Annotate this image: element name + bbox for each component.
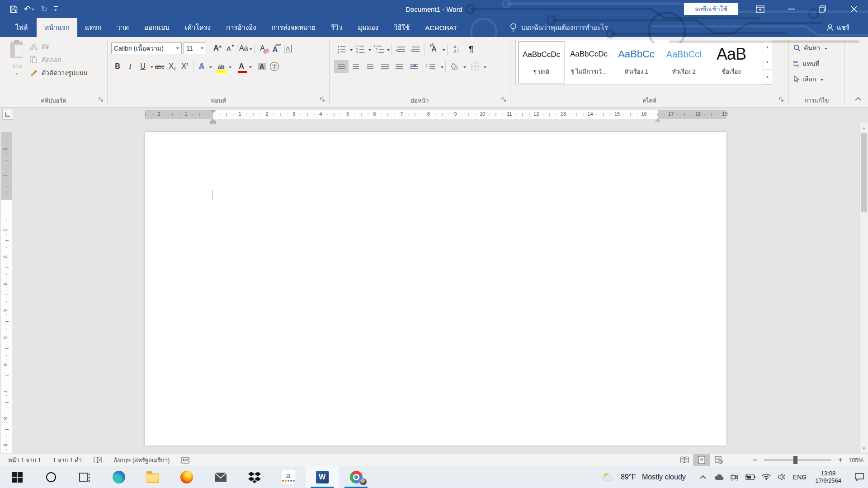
print-layout-button[interactable]	[693, 454, 710, 466]
taskbar-file-explorer[interactable]	[136, 466, 170, 488]
scroll-down-button[interactable]: ▼	[860, 444, 868, 452]
action-center-button[interactable]	[854, 473, 864, 481]
strikethrough-button[interactable]: abc	[153, 60, 166, 73]
bold-button[interactable]: B	[111, 60, 124, 73]
cut-button[interactable]: ตัด	[30, 42, 87, 52]
scrollbar-thumb[interactable]	[861, 133, 867, 212]
tab-review[interactable]: รีวิว	[323, 18, 350, 37]
subscript-button[interactable]: X2	[166, 60, 179, 73]
distribute-button[interactable]: ↔	[392, 60, 406, 73]
font-color-dropdown-arrow[interactable]	[249, 66, 252, 70]
zoom-slider[interactable]	[764, 460, 831, 460]
tab-file[interactable]: ไฟล์	[6, 18, 37, 37]
bullets-button[interactable]	[334, 43, 349, 56]
ribbon-display-options-button[interactable]	[750, 0, 770, 18]
web-layout-button[interactable]	[710, 454, 727, 466]
justify-button[interactable]	[377, 60, 392, 73]
thai-justify-button[interactable]: ⇥	[406, 60, 421, 73]
tab-acrobat[interactable]: ACROBAT	[417, 18, 465, 37]
tab-help[interactable]: วิธีใช้	[386, 18, 417, 37]
minimize-button[interactable]	[781, 0, 802, 18]
highlight-dropdown-arrow[interactable]	[229, 66, 231, 70]
taskbar-word[interactable]: W	[305, 466, 339, 488]
styles-scroll-up-button[interactable]: ▲	[763, 40, 772, 55]
character-shading-button[interactable]: A	[255, 60, 268, 73]
text-highlight-button[interactable]: ab	[215, 60, 227, 73]
multilevel-list-button[interactable]: 1ai	[371, 43, 386, 56]
shading-button[interactable]	[448, 60, 462, 73]
style-no-spacing[interactable]: AaBbCcDc ¶ ไม่มีการเว้...	[566, 42, 612, 83]
scroll-up-button[interactable]: ▲	[860, 124, 868, 132]
zoom-slider-thumb[interactable]	[793, 456, 797, 464]
taskbar-mail[interactable]	[203, 466, 237, 488]
wifi-icon[interactable]	[761, 474, 771, 480]
tab-view[interactable]: มุมมอง	[350, 18, 386, 37]
vertical-scrollbar[interactable]: ▲ ▼	[859, 123, 868, 453]
decrease-indent-button[interactable]: ←	[394, 43, 408, 56]
grow-font-button[interactable]: A	[210, 42, 222, 55]
left-indent-marker[interactable]	[210, 122, 216, 124]
taskbar-edge[interactable]	[102, 466, 136, 488]
taskbar-clock[interactable]: 13:08 17/9/2564	[815, 470, 841, 484]
undo-button[interactable]: ↶	[24, 5, 34, 13]
show-hidden-icons-button[interactable]	[698, 475, 708, 479]
style-heading-1[interactable]: AaBbCc หัวเรื่อง 1	[613, 42, 659, 83]
battery-icon[interactable]	[745, 474, 755, 480]
format-painter-button[interactable]: ตัวคัดวางรูปแบบ	[30, 68, 87, 78]
find-dropdown-arrow[interactable]	[825, 48, 827, 51]
right-indent-marker[interactable]	[655, 115, 661, 122]
multilevel-dropdown-arrow[interactable]	[387, 49, 390, 52]
hanging-indent-mar­ker[interactable]	[210, 115, 216, 122]
tab-layout[interactable]: เค้าโครง	[177, 18, 218, 37]
shading-dropdown-arrow[interactable]	[463, 66, 466, 70]
sign-in-button[interactable]: ลงชื่อเข้าใช้	[684, 3, 738, 15]
tab-stop-selector[interactable]	[2, 109, 13, 120]
tell-me-box[interactable]: บอกฉันว่าคุณต้องการทำอะไร	[510, 18, 608, 37]
cortana-button[interactable]	[34, 466, 68, 488]
save-button[interactable]	[10, 5, 18, 13]
styles-more-button[interactable]: ▼̲	[763, 70, 772, 84]
copy-button[interactable]: คัดลอก	[30, 55, 87, 65]
share-button[interactable]: แชร์	[826, 18, 849, 37]
weather-temperature[interactable]: 89°F	[621, 473, 636, 481]
phonetic-guide-button[interactable]: abcA	[269, 42, 282, 55]
numbering-button[interactable]: 123	[353, 43, 367, 56]
page-number-status[interactable]: หน้า 1 จาก 1	[8, 455, 41, 465]
clipboard-dialog-launcher[interactable]	[98, 96, 104, 103]
task-view-button[interactable]	[68, 466, 102, 488]
styles-dialog-launcher[interactable]	[778, 96, 784, 103]
undo-dropdown-arrow[interactable]	[32, 9, 34, 12]
weather-icon[interactable]	[601, 472, 615, 483]
weather-description[interactable]: Mostly cloudy	[642, 473, 686, 481]
shrink-font-button[interactable]: A	[222, 42, 235, 55]
align-left-button[interactable]	[334, 60, 349, 73]
document-page[interactable]	[145, 132, 726, 446]
borders-button[interactable]	[468, 60, 482, 73]
select-button[interactable]: เลือก	[793, 74, 823, 84]
tab-references[interactable]: การอ้างอิง	[218, 18, 264, 37]
tab-design[interactable]: ออกแบบ	[137, 18, 177, 37]
styles-scroll-down-button[interactable]: ▼	[763, 55, 772, 70]
customize-qat-button[interactable]: ▔	[54, 6, 57, 13]
tab-home[interactable]: หน้าแรก	[37, 18, 77, 37]
proofing-status-icon[interactable]	[94, 456, 102, 464]
word-count-status[interactable]: 1 จาก 1 คำ	[53, 455, 82, 465]
replace-button[interactable]: ab⤷ac แทนที่	[793, 58, 819, 69]
restore-button[interactable]	[812, 0, 833, 18]
show-formatting-marks-button[interactable]: ¶	[464, 43, 478, 56]
italic-button[interactable]: I	[124, 60, 137, 73]
text-effects-button[interactable]: A	[195, 60, 208, 73]
change-case-button[interactable]: Aa	[239, 42, 252, 55]
borders-dropdown-arrow[interactable]	[484, 66, 486, 70]
start-button[interactable]	[0, 466, 34, 488]
enclose-characters-button[interactable]: 字	[268, 60, 281, 73]
vertical-ruler[interactable]: 21123456789	[1, 132, 12, 448]
zoom-level[interactable]: 105%	[843, 457, 863, 464]
taskbar-chrome[interactable]	[339, 466, 373, 488]
increase-indent-button[interactable]: →	[408, 43, 423, 56]
meet-now-icon[interactable]	[730, 474, 740, 481]
horizontal-ruler[interactable]: 2112345678910111213141516171819	[145, 110, 726, 119]
text-direction-dropdown-arrow[interactable]	[443, 49, 445, 52]
taskbar-firefox[interactable]	[170, 466, 203, 488]
read-mode-button[interactable]	[676, 454, 693, 466]
